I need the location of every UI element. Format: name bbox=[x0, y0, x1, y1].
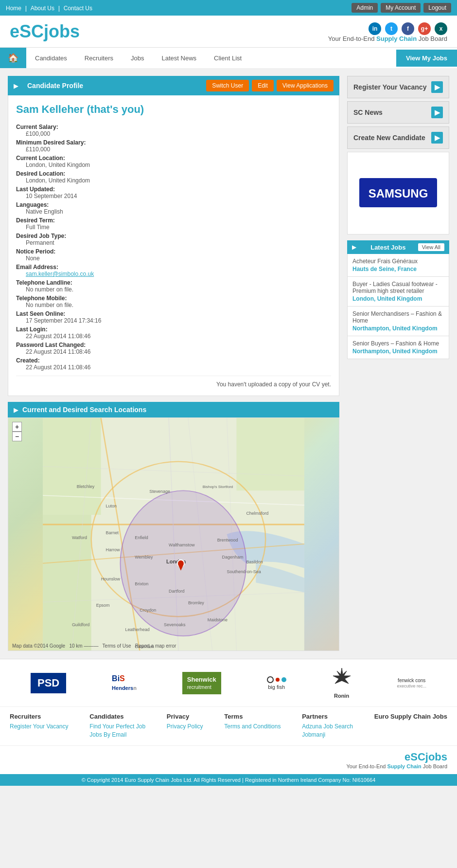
svg-text:Maidstone: Maidstone bbox=[208, 617, 228, 622]
sc-news-button[interactable]: SC News ▶ bbox=[347, 101, 449, 124]
nav-contact[interactable]: Contact Us bbox=[64, 5, 92, 12]
profile-section-header: ▶ Candidate Profile Switch User Edit Vie… bbox=[8, 76, 339, 95]
switch-user-button[interactable]: Switch User bbox=[206, 80, 249, 91]
logout-button[interactable]: Logout bbox=[423, 3, 451, 13]
logo-psd[interactable]: PSD bbox=[31, 673, 66, 693]
nav-jobs[interactable]: Jobs bbox=[122, 50, 153, 67]
register-vacancy-arrow: ▶ bbox=[431, 81, 443, 93]
nav-client-list[interactable]: Client List bbox=[205, 50, 250, 67]
footer-logo-jobs: jobs bbox=[425, 751, 447, 763]
site-logo[interactable]: eSCjobs bbox=[10, 21, 80, 42]
map-container[interactable]: Bletchley Luton Stevenage Bishop's Stort… bbox=[8, 417, 339, 651]
field-email: Email Address: sam.keller@simbolo.co.uk bbox=[16, 264, 331, 277]
create-candidate-button[interactable]: Create New Candidate ▶ bbox=[347, 127, 449, 149]
my-account-button[interactable]: My Account bbox=[381, 3, 421, 13]
footer-link-register-vacancy[interactable]: Register Your Vacancy bbox=[10, 723, 69, 730]
job-item[interactable]: Senior Buyers – Fashion & Home Northampt… bbox=[347, 336, 449, 359]
view-my-jobs-button[interactable]: View My Jobs bbox=[396, 50, 457, 67]
samsung-advertisement[interactable]: SAMSUNG bbox=[347, 152, 449, 235]
job-location: London, United Kingdom bbox=[352, 295, 444, 302]
profile-actions: Switch User Edit View Applications bbox=[206, 80, 334, 91]
twitter-icon[interactable]: t bbox=[385, 22, 398, 35]
admin-button[interactable]: Admin bbox=[352, 3, 378, 13]
svg-text:Walthamstow: Walthamstow bbox=[169, 542, 195, 547]
field-telephone-mobile: Telephone Mobile: No number on file. bbox=[16, 295, 331, 308]
field-created: Created: 22 August 2014 11:08:46 bbox=[16, 357, 331, 371]
job-item[interactable]: Senior Merchandisers – Fashion & Home No… bbox=[347, 307, 449, 336]
map-background: Bletchley Luton Stevenage Bishop's Stort… bbox=[8, 418, 339, 651]
email-link[interactable]: sam.keller@simbolo.co.uk bbox=[26, 271, 94, 277]
footer-col-title: Privacy bbox=[167, 713, 203, 720]
svg-text:Chelmsford: Chelmsford bbox=[246, 511, 268, 516]
svg-text:Luton: Luton bbox=[106, 504, 117, 508]
job-item[interactable]: Acheteur Frais Généraux Hauts de Seine, … bbox=[347, 254, 449, 277]
svg-text:Bletchley: Bletchley bbox=[77, 484, 95, 489]
footer-col-recruiters: Recruiters Register Your Vacancy bbox=[10, 713, 69, 740]
zoom-in-button[interactable]: + bbox=[12, 422, 22, 432]
nav-latest-news[interactable]: Latest News bbox=[153, 50, 206, 67]
svg-rect-1 bbox=[43, 418, 101, 515]
footer-logos: PSD BiSHendersn Shenwickrecruitment big … bbox=[0, 659, 457, 706]
footer-link-jobmanji[interactable]: Jobmanji bbox=[302, 731, 353, 738]
view-all-jobs-button[interactable]: View All bbox=[418, 243, 444, 251]
nav-home-icon[interactable]: 🏠 bbox=[0, 48, 26, 68]
svg-text:Harrow: Harrow bbox=[106, 547, 120, 552]
footer-link-jobs-email[interactable]: Jobs By Email bbox=[89, 731, 145, 738]
footer-col-title: Terms bbox=[224, 713, 281, 720]
footer-tagline: Your End-to-End Supply Chain Job Board bbox=[347, 763, 447, 769]
google-icon[interactable]: g+ bbox=[418, 22, 431, 35]
svg-text:Watford: Watford bbox=[72, 535, 87, 540]
logo-shenwick[interactable]: Shenwickrecruitment bbox=[182, 672, 221, 694]
nav-recruiters[interactable]: Recruiters bbox=[76, 50, 122, 67]
nav-candidates[interactable]: Candidates bbox=[26, 50, 76, 67]
footer-col-euro-supply: Euro Supply Chain Jobs bbox=[374, 713, 447, 740]
left-column: ▶ Candidate Profile Switch User Edit Vie… bbox=[8, 76, 339, 651]
edit-button[interactable]: Edit bbox=[252, 80, 274, 91]
field-password-changed: Password Last Changed: 22 August 2014 11… bbox=[16, 342, 331, 355]
profile-arrow-icon: ▶ bbox=[14, 82, 18, 90]
footer-bottom: eSCjobs Your End-to-End Supply Chain Job… bbox=[0, 745, 457, 774]
job-item[interactable]: Buyer - Ladies Casual footwear - Premium… bbox=[347, 277, 449, 307]
samsung-logo: SAMSUNG bbox=[359, 178, 437, 209]
create-candidate-label: Create New Candidate bbox=[353, 134, 425, 142]
nav-about[interactable]: About Us bbox=[31, 5, 54, 12]
svg-text:Barnet: Barnet bbox=[106, 530, 119, 535]
job-title: Senior Buyers – Fashion & Home bbox=[352, 340, 444, 347]
job-title: Senior Merchandisers – Fashion & Home bbox=[352, 310, 444, 324]
map-attribution: Map data ©2014 Google 10 km ——— Terms of… bbox=[12, 643, 176, 649]
footer-link-adzuna[interactable]: Adzuna Job Search bbox=[302, 723, 353, 730]
footer-link-privacy-policy[interactable]: Privacy Policy bbox=[167, 723, 203, 730]
footer-col-privacy: Privacy Privacy Policy bbox=[167, 713, 203, 740]
svg-text:Stevenage: Stevenage bbox=[149, 489, 170, 494]
svg-text:Leatherhead: Leatherhead bbox=[125, 627, 149, 632]
svg-text:Basildon: Basildon bbox=[246, 560, 263, 564]
locations-title: Current and Desired Search Locations bbox=[22, 406, 146, 414]
logo-bis[interactable]: BiSHendersn bbox=[112, 674, 137, 692]
footer-logo[interactable]: eSCjobs bbox=[347, 751, 447, 763]
footer-link-terms[interactable]: Terms and Conditions bbox=[224, 723, 281, 730]
svg-rect-3 bbox=[236, 418, 304, 490]
logo-esc: eSC bbox=[10, 21, 44, 41]
header: eSCjobs in t f g+ x Your End-to-End Supp… bbox=[0, 16, 457, 47]
facebook-icon[interactable]: f bbox=[402, 22, 414, 35]
view-applications-button[interactable]: View Applications bbox=[277, 80, 334, 91]
zoom-out-button[interactable]: − bbox=[12, 432, 22, 441]
svg-text:Epsom: Epsom bbox=[96, 603, 110, 608]
logo-ronin[interactable]: Ronin bbox=[332, 667, 352, 699]
svg-text:Guildford: Guildford bbox=[72, 622, 89, 627]
register-vacancy-button[interactable]: Register Your Vacancy ▶ bbox=[347, 76, 449, 98]
field-telephone-landline: Telephone Landline: No number on file. bbox=[16, 279, 331, 293]
nav-home[interactable]: Home bbox=[6, 5, 21, 12]
xing-icon[interactable]: x bbox=[435, 22, 447, 35]
logo-bigfish[interactable]: big fish bbox=[267, 676, 286, 690]
cv-notice: You haven't uploaded a copy of your CV y… bbox=[16, 376, 331, 388]
footer-link-find-job[interactable]: Find Your Perfect Job bbox=[89, 723, 145, 730]
main-nav: 🏠 Candidates Recruiters Jobs Latest News… bbox=[0, 47, 457, 68]
footer-links: Recruiters Register Your Vacancy Candida… bbox=[0, 706, 457, 745]
field-last-updated: Last Updated: 10 September 2014 bbox=[16, 186, 331, 199]
logo-area: eSCjobs bbox=[10, 21, 80, 42]
logo-fenwick[interactable]: fenwick consexecutive rec... bbox=[397, 678, 426, 688]
create-candidate-arrow: ▶ bbox=[431, 132, 443, 144]
linkedin-icon[interactable]: in bbox=[369, 22, 381, 35]
latest-jobs-title: Latest Jobs bbox=[370, 244, 405, 251]
